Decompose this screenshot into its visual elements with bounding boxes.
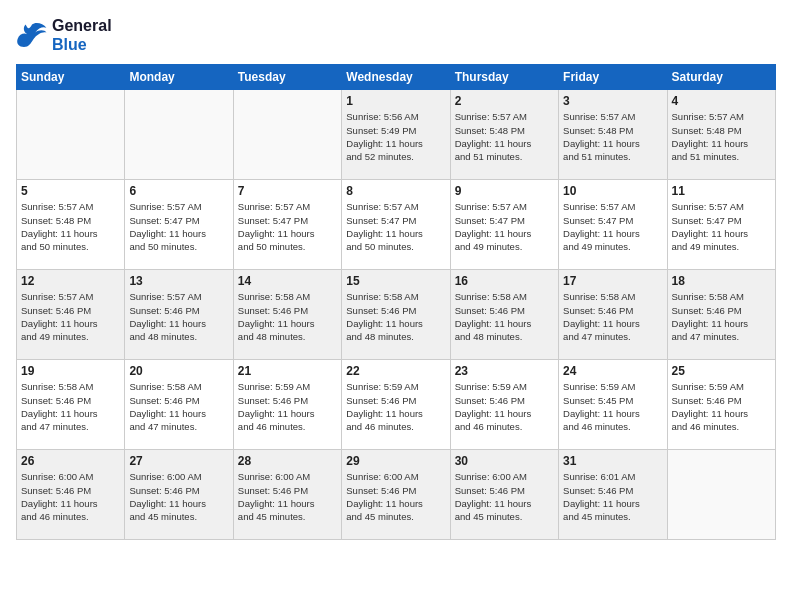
day-info: Sunrise: 5:59 AM Sunset: 5:46 PM Dayligh… bbox=[672, 380, 771, 433]
day-info: Sunrise: 5:59 AM Sunset: 5:46 PM Dayligh… bbox=[455, 380, 554, 433]
day-info: Sunrise: 5:56 AM Sunset: 5:49 PM Dayligh… bbox=[346, 110, 445, 163]
calendar-cell: 29Sunrise: 6:00 AM Sunset: 5:46 PM Dayli… bbox=[342, 450, 450, 540]
calendar-cell: 30Sunrise: 6:00 AM Sunset: 5:46 PM Dayli… bbox=[450, 450, 558, 540]
weekday-header-row: SundayMondayTuesdayWednesdayThursdayFrid… bbox=[17, 65, 776, 90]
day-number: 22 bbox=[346, 364, 445, 378]
calendar-cell: 21Sunrise: 5:59 AM Sunset: 5:46 PM Dayli… bbox=[233, 360, 341, 450]
logo: General Blue bbox=[16, 16, 112, 54]
calendar-cell: 31Sunrise: 6:01 AM Sunset: 5:46 PM Dayli… bbox=[559, 450, 667, 540]
calendar-cell: 13Sunrise: 5:57 AM Sunset: 5:46 PM Dayli… bbox=[125, 270, 233, 360]
day-number: 3 bbox=[563, 94, 662, 108]
calendar-cell: 10Sunrise: 5:57 AM Sunset: 5:47 PM Dayli… bbox=[559, 180, 667, 270]
calendar-cell: 11Sunrise: 5:57 AM Sunset: 5:47 PM Dayli… bbox=[667, 180, 775, 270]
weekday-header-thursday: Thursday bbox=[450, 65, 558, 90]
day-info: Sunrise: 5:57 AM Sunset: 5:48 PM Dayligh… bbox=[455, 110, 554, 163]
day-info: Sunrise: 5:58 AM Sunset: 5:46 PM Dayligh… bbox=[672, 290, 771, 343]
weekday-header-sunday: Sunday bbox=[17, 65, 125, 90]
day-number: 21 bbox=[238, 364, 337, 378]
calendar-cell: 25Sunrise: 5:59 AM Sunset: 5:46 PM Dayli… bbox=[667, 360, 775, 450]
calendar-cell: 1Sunrise: 5:56 AM Sunset: 5:49 PM Daylig… bbox=[342, 90, 450, 180]
calendar-cell: 19Sunrise: 5:58 AM Sunset: 5:46 PM Dayli… bbox=[17, 360, 125, 450]
day-number: 2 bbox=[455, 94, 554, 108]
day-number: 30 bbox=[455, 454, 554, 468]
day-info: Sunrise: 5:58 AM Sunset: 5:46 PM Dayligh… bbox=[346, 290, 445, 343]
calendar-cell: 27Sunrise: 6:00 AM Sunset: 5:46 PM Dayli… bbox=[125, 450, 233, 540]
calendar-cell: 14Sunrise: 5:58 AM Sunset: 5:46 PM Dayli… bbox=[233, 270, 341, 360]
day-number: 15 bbox=[346, 274, 445, 288]
weekday-header-tuesday: Tuesday bbox=[233, 65, 341, 90]
day-info: Sunrise: 6:00 AM Sunset: 5:46 PM Dayligh… bbox=[346, 470, 445, 523]
calendar-week-row: 19Sunrise: 5:58 AM Sunset: 5:46 PM Dayli… bbox=[17, 360, 776, 450]
day-info: Sunrise: 5:58 AM Sunset: 5:46 PM Dayligh… bbox=[129, 380, 228, 433]
day-number: 7 bbox=[238, 184, 337, 198]
weekday-header-saturday: Saturday bbox=[667, 65, 775, 90]
calendar-table: SundayMondayTuesdayWednesdayThursdayFrid… bbox=[16, 64, 776, 540]
weekday-header-monday: Monday bbox=[125, 65, 233, 90]
calendar-cell: 5Sunrise: 5:57 AM Sunset: 5:48 PM Daylig… bbox=[17, 180, 125, 270]
calendar-week-row: 26Sunrise: 6:00 AM Sunset: 5:46 PM Dayli… bbox=[17, 450, 776, 540]
calendar-cell: 4Sunrise: 5:57 AM Sunset: 5:48 PM Daylig… bbox=[667, 90, 775, 180]
day-info: Sunrise: 6:00 AM Sunset: 5:46 PM Dayligh… bbox=[21, 470, 120, 523]
day-number: 4 bbox=[672, 94, 771, 108]
calendar-cell: 3Sunrise: 5:57 AM Sunset: 5:48 PM Daylig… bbox=[559, 90, 667, 180]
day-number: 13 bbox=[129, 274, 228, 288]
calendar-cell: 17Sunrise: 5:58 AM Sunset: 5:46 PM Dayli… bbox=[559, 270, 667, 360]
day-number: 9 bbox=[455, 184, 554, 198]
calendar-cell: 18Sunrise: 5:58 AM Sunset: 5:46 PM Dayli… bbox=[667, 270, 775, 360]
day-info: Sunrise: 5:57 AM Sunset: 5:48 PM Dayligh… bbox=[21, 200, 120, 253]
day-info: Sunrise: 5:58 AM Sunset: 5:46 PM Dayligh… bbox=[238, 290, 337, 343]
day-number: 1 bbox=[346, 94, 445, 108]
day-number: 16 bbox=[455, 274, 554, 288]
calendar-cell: 24Sunrise: 5:59 AM Sunset: 5:45 PM Dayli… bbox=[559, 360, 667, 450]
day-number: 27 bbox=[129, 454, 228, 468]
weekday-header-friday: Friday bbox=[559, 65, 667, 90]
calendar-cell bbox=[667, 450, 775, 540]
calendar-week-row: 1Sunrise: 5:56 AM Sunset: 5:49 PM Daylig… bbox=[17, 90, 776, 180]
day-number: 5 bbox=[21, 184, 120, 198]
day-number: 8 bbox=[346, 184, 445, 198]
calendar-week-row: 5Sunrise: 5:57 AM Sunset: 5:48 PM Daylig… bbox=[17, 180, 776, 270]
day-number: 6 bbox=[129, 184, 228, 198]
day-info: Sunrise: 5:58 AM Sunset: 5:46 PM Dayligh… bbox=[455, 290, 554, 343]
day-info: Sunrise: 5:57 AM Sunset: 5:47 PM Dayligh… bbox=[563, 200, 662, 253]
day-number: 25 bbox=[672, 364, 771, 378]
day-number: 18 bbox=[672, 274, 771, 288]
day-info: Sunrise: 5:57 AM Sunset: 5:47 PM Dayligh… bbox=[346, 200, 445, 253]
day-info: Sunrise: 5:58 AM Sunset: 5:46 PM Dayligh… bbox=[563, 290, 662, 343]
logo-text: General Blue bbox=[52, 16, 112, 54]
day-number: 14 bbox=[238, 274, 337, 288]
day-number: 10 bbox=[563, 184, 662, 198]
page-header: General Blue bbox=[16, 16, 776, 54]
calendar-cell: 7Sunrise: 5:57 AM Sunset: 5:47 PM Daylig… bbox=[233, 180, 341, 270]
calendar-cell: 16Sunrise: 5:58 AM Sunset: 5:46 PM Dayli… bbox=[450, 270, 558, 360]
logo-bird-icon bbox=[16, 21, 48, 49]
day-info: Sunrise: 5:57 AM Sunset: 5:48 PM Dayligh… bbox=[563, 110, 662, 163]
day-info: Sunrise: 6:00 AM Sunset: 5:46 PM Dayligh… bbox=[455, 470, 554, 523]
calendar-cell: 15Sunrise: 5:58 AM Sunset: 5:46 PM Dayli… bbox=[342, 270, 450, 360]
calendar-cell: 26Sunrise: 6:00 AM Sunset: 5:46 PM Dayli… bbox=[17, 450, 125, 540]
calendar-cell: 6Sunrise: 5:57 AM Sunset: 5:47 PM Daylig… bbox=[125, 180, 233, 270]
day-info: Sunrise: 5:59 AM Sunset: 5:46 PM Dayligh… bbox=[238, 380, 337, 433]
day-number: 17 bbox=[563, 274, 662, 288]
day-number: 20 bbox=[129, 364, 228, 378]
day-info: Sunrise: 6:00 AM Sunset: 5:46 PM Dayligh… bbox=[129, 470, 228, 523]
day-info: Sunrise: 5:57 AM Sunset: 5:46 PM Dayligh… bbox=[21, 290, 120, 343]
day-info: Sunrise: 5:59 AM Sunset: 5:45 PM Dayligh… bbox=[563, 380, 662, 433]
day-number: 28 bbox=[238, 454, 337, 468]
day-number: 23 bbox=[455, 364, 554, 378]
calendar-cell: 12Sunrise: 5:57 AM Sunset: 5:46 PM Dayli… bbox=[17, 270, 125, 360]
calendar-cell: 28Sunrise: 6:00 AM Sunset: 5:46 PM Dayli… bbox=[233, 450, 341, 540]
day-info: Sunrise: 5:57 AM Sunset: 5:47 PM Dayligh… bbox=[129, 200, 228, 253]
day-info: Sunrise: 5:57 AM Sunset: 5:46 PM Dayligh… bbox=[129, 290, 228, 343]
calendar-cell: 20Sunrise: 5:58 AM Sunset: 5:46 PM Dayli… bbox=[125, 360, 233, 450]
day-info: Sunrise: 5:57 AM Sunset: 5:48 PM Dayligh… bbox=[672, 110, 771, 163]
calendar-cell: 23Sunrise: 5:59 AM Sunset: 5:46 PM Dayli… bbox=[450, 360, 558, 450]
day-info: Sunrise: 5:57 AM Sunset: 5:47 PM Dayligh… bbox=[455, 200, 554, 253]
calendar-week-row: 12Sunrise: 5:57 AM Sunset: 5:46 PM Dayli… bbox=[17, 270, 776, 360]
calendar-cell: 8Sunrise: 5:57 AM Sunset: 5:47 PM Daylig… bbox=[342, 180, 450, 270]
day-info: Sunrise: 6:01 AM Sunset: 5:46 PM Dayligh… bbox=[563, 470, 662, 523]
day-number: 12 bbox=[21, 274, 120, 288]
calendar-cell: 2Sunrise: 5:57 AM Sunset: 5:48 PM Daylig… bbox=[450, 90, 558, 180]
weekday-header-wednesday: Wednesday bbox=[342, 65, 450, 90]
calendar-cell: 22Sunrise: 5:59 AM Sunset: 5:46 PM Dayli… bbox=[342, 360, 450, 450]
